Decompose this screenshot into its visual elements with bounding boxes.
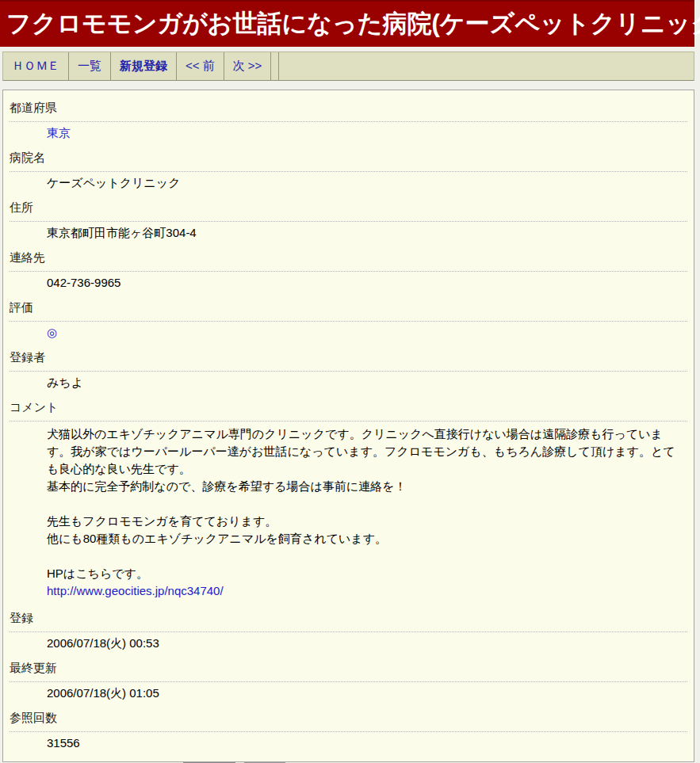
field-label-registered: 登録 xyxy=(10,611,687,626)
field-row-rating: 評価 ◎ xyxy=(10,300,687,339)
page-title-banner: フクロモモンガがお世話になった病院(ケーズペットクリニック) xyxy=(0,0,694,47)
dotted-separator xyxy=(10,321,687,322)
field-row-comment: コメント 犬猫以外のエキゾチックアニマル専門のクリニックです。クリニックへ直接行… xyxy=(10,400,687,600)
dotted-separator xyxy=(10,371,687,372)
field-row-registered-date: 登録 2006/07/18(火) 00:53 xyxy=(10,611,687,650)
dotted-separator xyxy=(10,221,687,222)
field-row-prefecture: 都道府県 東京 xyxy=(10,101,687,139)
field-label-contact: 連絡先 xyxy=(10,250,687,265)
field-row-last-updated: 最終更新 2006/07/18(火) 01:05 xyxy=(10,661,687,700)
nav-list-link[interactable]: 一覧 xyxy=(69,52,111,80)
comment-text: 犬猫以外のエキゾチックアニマル専門のクリニックです。クリニックへ直接行けない場合… xyxy=(47,425,677,582)
prefecture-link[interactable]: 東京 xyxy=(47,126,71,139)
hospital-name-value: ケーズペットクリニック xyxy=(47,177,687,189)
view-count-value: 31556 xyxy=(47,737,687,750)
hospital-record-card: 都道府県 東京 病院名 ケーズペットクリニック 住所 東京都町田市能ヶ谷町304… xyxy=(2,90,694,762)
dotted-separator xyxy=(10,121,687,122)
dotted-separator xyxy=(10,681,687,682)
dotted-separator xyxy=(10,271,687,272)
address-value: 東京都町田市能ヶ谷町304-4 xyxy=(47,227,687,239)
nav-bar: ＨＯＭＥ 一覧 新規登録 << 前 次 >> xyxy=(2,52,694,81)
dotted-separator xyxy=(10,731,687,732)
dotted-separator xyxy=(10,631,687,632)
registrant-value: みちよ xyxy=(47,376,687,389)
field-label-address: 住所 xyxy=(10,200,687,216)
nav-spacer xyxy=(271,52,279,80)
nav-home-link[interactable]: ＨＯＭＥ xyxy=(3,52,69,80)
nav-new-entry-link[interactable]: 新規登録 xyxy=(111,52,177,80)
contact-value: 042-736-9965 xyxy=(47,277,687,289)
homepage-link[interactable]: http://www.geocities.jp/nqc34740/ xyxy=(47,582,224,600)
registered-date-value: 2006/07/18(火) 00:53 xyxy=(47,637,687,650)
field-label-comment: コメント xyxy=(10,400,687,415)
field-label-rating: 評価 xyxy=(10,300,687,315)
dotted-separator xyxy=(10,421,687,422)
field-label-last-updated: 最終更新 xyxy=(10,661,687,676)
last-updated-value: 2006/07/18(火) 01:05 xyxy=(47,687,687,700)
page-title: フクロモモンガがお世話になった病院(ケーズペットクリニック) xyxy=(0,7,700,42)
field-label-registrant: 登録者 xyxy=(10,350,687,365)
field-row-hospital-name: 病院名 ケーズペットクリニック xyxy=(10,151,687,189)
field-row-view-count: 参照回数 31556 xyxy=(10,711,687,750)
nav-next-link[interactable]: 次 >> xyxy=(224,52,272,80)
field-row-registrant: 登録者 みちよ xyxy=(10,350,687,389)
nav-prev-link[interactable]: << 前 xyxy=(177,52,224,80)
field-label-prefecture: 都道府県 xyxy=(10,101,687,116)
field-label-hospital-name: 病院名 xyxy=(10,151,687,166)
dotted-separator xyxy=(10,171,687,172)
field-row-address: 住所 東京都町田市能ヶ谷町304-4 xyxy=(10,200,687,239)
rating-link[interactable]: ◎ xyxy=(47,326,57,339)
field-label-view-count: 参照回数 xyxy=(10,711,687,726)
field-row-contact: 連絡先 042-736-9965 xyxy=(10,250,687,289)
